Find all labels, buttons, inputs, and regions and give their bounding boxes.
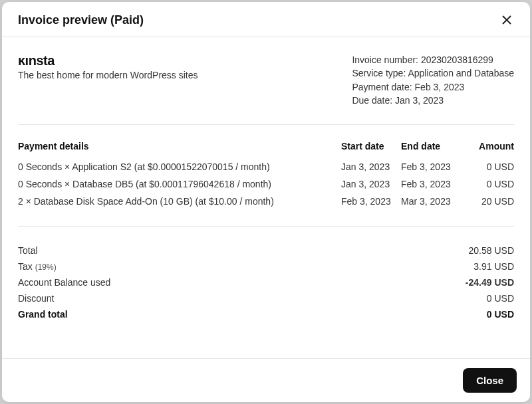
total-value: 20.58 USD [469,245,514,256]
table-row: 0 Seconds × Application S2 (at $0.000015… [18,158,514,175]
service-type-label: Service type: [352,68,406,78]
invoice-meta: Invoice number: 20230203816299 Service t… [352,53,514,107]
close-icon [502,15,511,25]
service-type-value: Application and Database [408,68,514,78]
payment-date-row: Payment date: Feb 3, 2023 [352,80,514,94]
line-start: Feb 3, 2023 [341,193,401,210]
total-row: Total 20.58 USD [18,243,514,258]
line-items-table: Payment details Start date End date Amou… [18,141,514,210]
balance-value: -24.49 USD [466,277,514,288]
service-type-row: Service type: Application and Database [352,66,514,80]
payment-details-section: Payment details Start date End date Amou… [18,125,514,322]
tax-value: 3.91 USD [473,261,514,272]
modal-title: Invoice preview (Paid) [18,13,144,27]
line-desc: 2 × Database Disk Space Add-On (10 GB) (… [18,193,341,210]
invoice-number-label: Invoice number: [352,54,418,65]
grand-total-label: Grand total [18,309,68,320]
grand-total-value: 0 USD [487,309,514,320]
due-date-value: Jan 3, 2023 [395,95,444,106]
line-desc: 0 Seconds × Database DB5 (at $0.00011796… [18,175,341,193]
brand-block: ĸınsta The best home for modern WordPres… [18,53,198,80]
modal-body: ĸınsta The best home for modern WordPres… [2,37,530,358]
tax-label: Tax (19%) [18,261,57,272]
tax-rate: (19%) [35,262,57,272]
table-row: 0 Seconds × Database DB5 (at $0.00011796… [18,175,514,193]
invoice-top-section: ĸınsta The best home for modern WordPres… [18,53,514,125]
brand-logo: ĸınsta [18,53,198,68]
grand-total-row: Grand total 0 USD [18,306,514,322]
line-start: Jan 3, 2023 [341,158,401,175]
balance-label: Account Balance used [18,277,110,288]
close-button[interactable]: Close [463,368,517,393]
due-date-row: Due date: Jan 3, 2023 [352,94,514,107]
col-header-details: Payment details [18,141,341,158]
line-end: Feb 3, 2023 [401,175,461,193]
tax-row: Tax (19%) 3.91 USD [18,258,514,274]
totals-section: Total 20.58 USD Tax (19%) 3.91 USD Accou… [18,226,514,322]
col-header-start: Start date [341,141,401,158]
tax-label-text: Tax [18,261,33,272]
col-header-amount: Amount [461,141,514,158]
discount-label: Discount [18,293,54,304]
invoice-preview-modal: Invoice preview (Paid) ĸınsta The best h… [2,2,530,402]
due-date-label: Due date: [352,95,392,106]
line-desc: 0 Seconds × Application S2 (at $0.000015… [18,158,341,175]
balance-row: Account Balance used -24.49 USD [18,274,514,290]
modal-header: Invoice preview (Paid) [2,2,530,37]
line-end: Feb 3, 2023 [401,158,461,175]
line-amount: 0 USD [461,158,514,175]
line-amount: 0 USD [461,175,514,193]
brand-tagline: The best home for modern WordPress sites [18,70,198,80]
modal-footer: Close [2,358,530,402]
close-icon-button[interactable] [499,13,514,27]
discount-row: Discount 0 USD [18,290,514,306]
discount-value: 0 USD [487,293,514,304]
line-start: Jan 3, 2023 [341,175,401,193]
table-row: 2 × Database Disk Space Add-On (10 GB) (… [18,193,514,210]
line-end: Mar 3, 2023 [401,193,461,210]
col-header-end: End date [401,141,461,158]
total-label: Total [18,245,38,256]
line-amount: 20 USD [461,193,514,210]
invoice-number-value: 20230203816299 [421,54,493,65]
invoice-number-row: Invoice number: 20230203816299 [352,53,514,66]
payment-date-value: Feb 3, 2023 [415,82,465,92]
payment-date-label: Payment date: [352,82,412,92]
